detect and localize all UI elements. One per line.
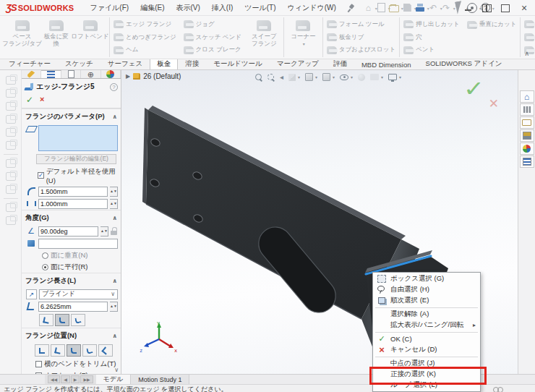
collapse-arrow-icon[interactable]: ∧ <box>113 114 118 120</box>
tangent-to-bend-button[interactable] <box>98 344 113 357</box>
ribbon-button[interactable]: 板金リブ <box>325 31 365 44</box>
parallel-to-face-radio[interactable] <box>42 264 48 270</box>
reverse-direction-icon[interactable] <box>26 289 37 299</box>
options-window-icon[interactable] <box>482 3 492 13</box>
view-shortcut-icon[interactable] <box>6 128 16 137</box>
menu-item[interactable]: 編集(E) <box>134 1 170 15</box>
collapse-arrow-icon[interactable]: ∧ <box>113 278 118 284</box>
spinner-control[interactable]: ▲▼ <box>110 187 118 197</box>
menu-item[interactable]: ツール(T) <box>239 1 281 15</box>
bend-outside-button[interactable] <box>67 344 81 357</box>
tab-model[interactable]: モデル <box>96 375 132 384</box>
context-menu-item[interactable]: 正接の選択 (K) <box>373 369 480 380</box>
section-angle[interactable]: 角度(G)∧ <box>22 210 121 225</box>
context-menu-item[interactable]: キャンセル (D) <box>373 344 480 355</box>
gap-distance-input[interactable]: 1.000mm <box>38 199 108 209</box>
ribbon-tab[interactable]: 溶接 <box>178 58 206 69</box>
home-icon[interactable] <box>520 90 534 103</box>
ribbon-button[interactable]: フォーム ツール <box>325 18 386 31</box>
view-shortcut-icon[interactable] <box>6 89 16 98</box>
file-explorer-icon[interactable] <box>520 116 534 129</box>
panel-scroll-down-icon[interactable]: ∨ <box>114 367 119 373</box>
tab-display-pane[interactable] <box>101 70 121 78</box>
context-menu-item[interactable]: 自由選択 (H) <box>373 284 480 295</box>
material-inside-button[interactable] <box>35 344 49 357</box>
measure-outer-virtual-sharp-button[interactable] <box>39 314 54 326</box>
ribbon-tab[interactable]: SOLIDWORKS アドイン <box>419 58 510 69</box>
ribbon-button[interactable]: 押し出しカット <box>402 18 461 31</box>
maximize-icon[interactable] <box>500 3 510 13</box>
normal-to-face-radio[interactable] <box>42 252 48 259</box>
context-menu-item[interactable]: 順次選択 (E) <box>373 295 480 306</box>
confirm-cancel-x-icon[interactable]: ✕ <box>489 96 499 111</box>
context-menu-item[interactable]: OK (C) <box>373 333 480 344</box>
view-shortcut-icon[interactable] <box>6 141 16 150</box>
ribbon-button[interactable]: コーナー▾ <box>286 18 320 47</box>
confirm-ok-check-icon[interactable]: ✓ <box>463 76 484 101</box>
offset-checkbox[interactable] <box>35 372 42 375</box>
view-shortcut-icon[interactable] <box>6 76 16 85</box>
ribbon-button[interactable]: スケッチ ベンド <box>182 31 243 44</box>
bend-from-virtual-sharp-button[interactable] <box>82 344 97 357</box>
ribbon-button[interactable]: ベースフランジ/タブ <box>5 18 39 47</box>
save-icon[interactable]: ▾ <box>401 2 414 14</box>
ribbon-tab[interactable]: 板金 <box>150 58 178 69</box>
ribbon-tab[interactable]: マークアップ <box>270 58 326 69</box>
ribbon-button[interactable]: フォールド <box>523 31 535 44</box>
copy-tool-icon[interactable] <box>6 216 16 225</box>
spinner-control[interactable]: ▲▼ <box>110 302 118 312</box>
ribbon-button[interactable]: アンフォールド <box>523 18 535 31</box>
sketch-tool-icon[interactable] <box>6 185 16 194</box>
ok-check-icon[interactable]: ✓ <box>26 95 33 105</box>
ribbon-button[interactable]: ヘム <box>112 43 140 56</box>
print-icon[interactable]: ▾ <box>414 2 427 14</box>
ribbon-button[interactable]: とめつぎフランジ <box>112 31 178 44</box>
view-palette-icon[interactable] <box>520 129 534 142</box>
ribbon-button[interactable]: ジョグ <box>182 18 216 31</box>
section-flange-parameters[interactable]: フランジのパラメータ(P)∧ <box>22 108 121 124</box>
view-shortcut-icon[interactable] <box>6 115 16 124</box>
menu-item[interactable]: ファイル(F) <box>84 1 134 15</box>
lock-icon[interactable] <box>111 227 118 235</box>
spinner-control[interactable]: ▲▼ <box>110 199 118 209</box>
measure-tangent-bend-button[interactable] <box>71 314 85 326</box>
ribbon-button[interactable]: ベント <box>402 43 436 56</box>
ribbon-tab[interactable]: サーフェス <box>100 58 150 69</box>
ribbon-button[interactable]: スイープフランジ <box>247 18 281 47</box>
open-icon[interactable]: ▾ <box>388 2 401 14</box>
ribbon-tab[interactable]: 評価 <box>326 58 354 69</box>
tab-featuremanager[interactable] <box>22 70 41 78</box>
copy-tool-icon[interactable] <box>6 203 16 212</box>
help-icon[interactable]: ? <box>110 83 118 91</box>
ribbon-collapse-arrow[interactable]: ∧ <box>524 50 529 57</box>
menu-item[interactable]: 挿入(I) <box>206 1 239 15</box>
bend-radius-input[interactable]: 1.500mm <box>38 187 108 197</box>
view-shortcut-icon[interactable] <box>6 102 16 111</box>
collapse-arrow-icon[interactable]: ∧ <box>113 333 118 339</box>
end-condition-dropdown[interactable]: ブラインド∨ <box>39 289 118 299</box>
cancel-x-icon[interactable]: × <box>40 95 44 105</box>
ribbon-button[interactable]: ロフトベンド <box>73 18 107 47</box>
trim-side-bends-checkbox[interactable] <box>35 361 42 367</box>
context-menu-item[interactable]: ボックス選択 (G) <box>373 273 480 284</box>
context-menu-item[interactable]: 中点の選択 (J) <box>373 358 480 369</box>
ribbon-tab[interactable]: フィーチャー <box>1 58 58 69</box>
menu-item[interactable]: 表示(V) <box>170 1 205 15</box>
pin-icon[interactable] <box>346 4 355 12</box>
ribbon-button[interactable]: クロス ブレーク <box>182 43 243 56</box>
menu-item[interactable]: ウィンドウ(W) <box>282 1 342 15</box>
reference-face-input[interactable] <box>38 239 118 249</box>
sketch-tool-icon[interactable] <box>6 172 16 181</box>
context-menu-item[interactable]: ループ 選択 (L) <box>373 380 480 391</box>
flange-angle-input[interactable]: 90.00deg <box>38 226 98 237</box>
measure-inner-virtual-sharp-button[interactable] <box>55 314 69 326</box>
home-icon[interactable]: ▾ <box>362 2 374 14</box>
ribbon-tab[interactable]: MBD Dimension <box>354 59 419 69</box>
ribbon-tab[interactable]: モールドツール <box>206 58 270 69</box>
use-default-radius-checkbox[interactable] <box>38 172 44 179</box>
section-flange-length[interactable]: フランジ長さ(L)∧ <box>22 273 121 288</box>
context-menu-item[interactable]: 選択解除 (A) <box>373 309 480 320</box>
edge-selection-box[interactable] <box>38 125 118 151</box>
new-doc-icon[interactable]: ▾ <box>375 2 388 14</box>
tab-dimxpert[interactable]: ⊕ <box>81 70 100 78</box>
